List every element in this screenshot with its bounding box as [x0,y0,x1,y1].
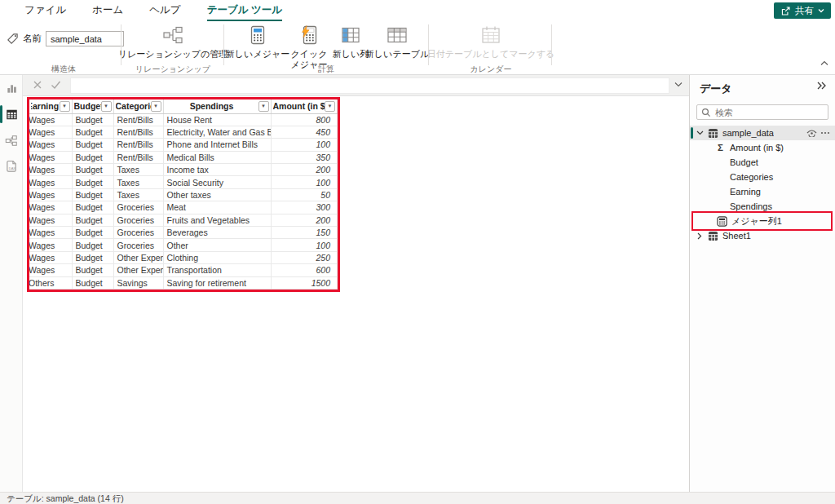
table-cell[interactable]: Budget [72,251,113,263]
menu-tab-file[interactable]: ファイル [24,0,66,21]
tree-item-sheet1[interactable]: Sheet1 [690,228,835,243]
table-cell[interactable]: Budget [72,164,113,176]
table-cell[interactable]: Transportation [163,264,271,276]
report-view-button[interactable] [0,75,23,101]
table-cell[interactable]: Wages [29,113,72,126]
tree-item-field-earning[interactable]: Earning [690,184,835,199]
table-cell[interactable]: 600 [271,264,338,276]
table-cell[interactable]: 200 [271,164,338,176]
table-cell[interactable]: Wages [29,188,72,201]
collapse-pane-icon[interactable] [816,82,827,90]
table-cell[interactable]: Electricity, Water and Gas Bills [163,126,271,138]
table-cell[interactable]: Other [163,239,271,251]
tree-item-measure-column[interactable]: メジャー列1 [690,214,835,228]
menu-tab-home[interactable]: ホーム [92,0,123,21]
tree-item-field-amount-in-[interactable]: ΣAmount (in $) [690,140,835,155]
table-cell[interactable]: Groceries [113,227,163,239]
column-filter-icon[interactable]: ▼ [151,101,161,112]
table-cell[interactable]: Taxes [113,176,163,188]
table-cell[interactable]: Budget [72,126,113,138]
table-cell[interactable]: Savings [113,276,163,289]
table-cell[interactable]: Budget [72,276,113,289]
chevron-down-icon[interactable] [693,130,706,135]
table-cell[interactable]: Budget [72,201,113,214]
table-cell[interactable]: Wages [29,214,72,226]
table-cell[interactable]: 200 [271,214,338,226]
search-input[interactable] [715,106,826,118]
column-header-earning[interactable]: Earning▼ [29,99,72,113]
column-filter-icon[interactable]: ▼ [258,101,269,112]
table-cell[interactable]: Income tax [163,164,271,176]
menu-tab-help[interactable]: ヘルプ [149,0,180,21]
table-cell[interactable]: Beverages [163,227,271,239]
table-cell[interactable]: 1500 [271,276,338,289]
table-cell[interactable]: Other taxes [163,188,271,201]
table-cell[interactable]: Budget [72,176,113,188]
column-header-amount-in-[interactable]: Amount (in $)▼ [271,99,338,113]
table-cell[interactable]: 100 [271,239,338,251]
table-cell[interactable]: 250 [271,251,338,263]
table-cell[interactable]: Rent/Bills [113,151,163,163]
table-cell[interactable]: Medical Bills [163,151,271,163]
table-cell[interactable]: Others [29,276,72,289]
formula-input[interactable] [70,77,669,94]
column-header-categories[interactable]: Categories▼ [113,99,163,113]
table-cell[interactable]: 50 [271,188,338,201]
table-cell[interactable]: 800 [271,113,338,126]
expand-formula-bar-icon[interactable] [674,82,683,87]
table-cell[interactable]: Wages [29,227,72,239]
table-cell[interactable]: 100 [271,176,338,188]
table-cell[interactable]: Social Security [163,176,271,188]
column-filter-icon[interactable]: ▼ [325,101,335,112]
new-table-button[interactable]: 新しいテーブル [370,23,424,60]
table-cell[interactable]: Budget [72,188,113,201]
dax-query-view-button[interactable]: DAX [0,153,23,179]
table-cell[interactable]: Taxes [113,164,163,176]
collapse-ribbon-icon[interactable] [820,60,828,66]
table-cell[interactable]: Budget [72,151,113,163]
table-name-input[interactable] [46,31,124,46]
tree-item-field-budget[interactable]: Budget [690,155,835,170]
new-measure-button[interactable]: 新しいメジャー [229,23,286,60]
table-cell[interactable]: Other Expenses [113,264,163,276]
column-filter-icon[interactable]: ▼ [60,101,70,112]
table-cell[interactable]: 450 [271,126,338,138]
table-cell[interactable]: Wages [29,164,72,176]
table-cell[interactable]: Phone and Internet Bills [163,139,271,151]
column-filter-icon[interactable]: ▼ [101,101,112,112]
tree-item-field-spendings[interactable]: Spendings [690,199,835,214]
model-view-button[interactable] [0,127,23,153]
cancel-formula-icon[interactable] [33,80,42,90]
table-cell[interactable]: Wages [29,201,72,214]
manage-relationships-button[interactable]: リレーションシップの管理 [124,23,222,60]
table-cell[interactable]: Budget [72,239,113,251]
tree-item-sample-data[interactable]: sample_data [690,126,835,140]
table-cell[interactable]: Budget [72,227,113,239]
table-cell[interactable]: Groceries [113,201,163,214]
tree-item-field-categories[interactable]: Categories [690,170,835,184]
column-header-spendings[interactable]: Spendings▼ [163,99,271,113]
table-cell[interactable]: Budget [72,214,113,226]
table-cell[interactable]: Taxes [113,188,163,201]
table-cell[interactable]: Budget [72,139,113,151]
table-cell[interactable]: 100 [271,139,338,151]
table-cell[interactable]: 150 [271,227,338,239]
table-cell[interactable]: Rent/Bills [113,113,163,126]
table-cell[interactable]: Budget [72,113,113,126]
table-cell[interactable]: Wages [29,139,72,151]
table-cell[interactable]: House Rent [163,113,271,126]
table-cell[interactable]: 300 [271,201,338,214]
table-cell[interactable]: Groceries [113,214,163,226]
table-cell[interactable]: Rent/Bills [113,139,163,151]
table-cell[interactable]: Fruits and Vegetables [163,214,271,226]
column-header-budget[interactable]: Budget▼ [72,99,113,113]
chevron-right-icon[interactable] [693,232,706,240]
table-cell[interactable]: Clothing [163,251,271,263]
eye-icon[interactable] [806,129,817,137]
new-column-button[interactable]: 新しい列 [331,23,370,60]
table-cell[interactable]: Wages [29,176,72,188]
more-options-icon[interactable] [820,131,830,135]
table-cell[interactable]: Meat [163,201,271,214]
table-cell[interactable]: Rent/Bills [113,126,163,138]
share-button[interactable]: 共有 [774,2,831,19]
